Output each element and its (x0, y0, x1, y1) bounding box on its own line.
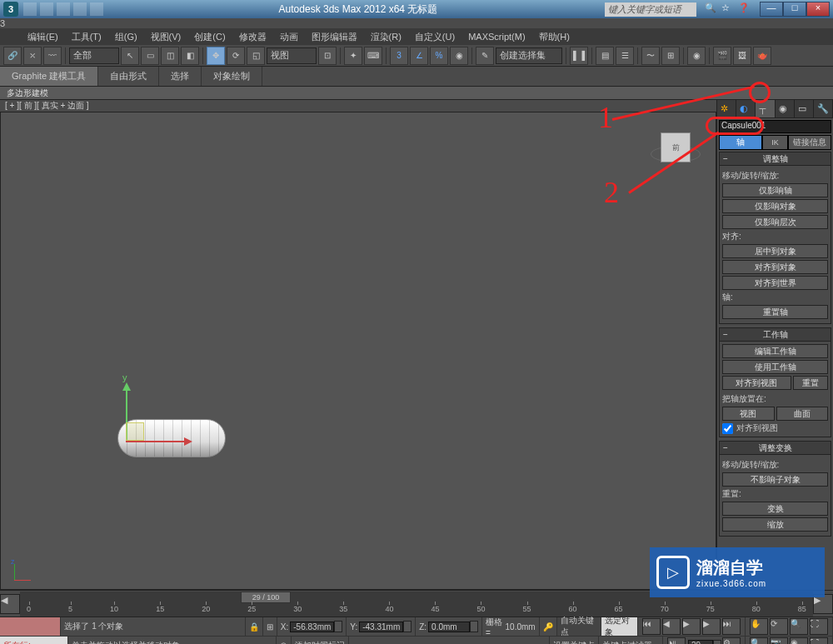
nav-orbit-icon[interactable]: ◉ (790, 637, 808, 645)
rotate-icon[interactable]: ⟳ (227, 47, 245, 65)
affect-pivot-only-button[interactable]: 仅影响轴 (722, 183, 828, 197)
qat-undo-icon[interactable] (73, 2, 87, 16)
goto-end-icon[interactable]: ⏭ (722, 618, 741, 635)
pivot-center-icon[interactable]: ⊡ (318, 47, 337, 65)
mirror-icon[interactable]: ▌▐ (570, 47, 588, 65)
menu-animation[interactable]: 动画 (273, 29, 305, 45)
material-editor-icon[interactable]: ◉ (687, 47, 706, 65)
nav-arc-icon[interactable]: ⟳ (770, 618, 788, 635)
link-icon[interactable]: 🔗 (3, 47, 22, 65)
menu-help[interactable]: 帮助(H) (532, 29, 576, 45)
maximize-button[interactable]: □ (783, 2, 806, 17)
nav-pan-icon[interactable]: ✋ (750, 618, 768, 635)
coord-z-spinner[interactable] (470, 621, 478, 632)
isolate-icon[interactable]: ◎ (277, 637, 292, 644)
reset-wp-button[interactable]: 重置 (793, 376, 828, 390)
schematic-view-icon[interactable]: ⊞ (661, 47, 680, 65)
align-to-world-button[interactable]: 对齐到世界 (722, 276, 828, 290)
rollout-adjusttransform-header[interactable]: 调整变换 (720, 442, 831, 455)
subtab-ik[interactable]: IK (762, 135, 789, 150)
nav-maxtoggle-icon[interactable]: ⛶ (810, 637, 828, 645)
nav-max-icon[interactable]: ⛶ (810, 618, 828, 635)
cmd-tab-modify[interactable]: ◐ (736, 100, 756, 117)
ribbon-freeform-tab[interactable]: 自由形式 (98, 67, 159, 86)
move-icon[interactable]: ✥ (207, 47, 225, 65)
edit-named-sel-icon[interactable]: ✎ (476, 47, 494, 65)
use-working-pivot-button[interactable]: 使用工作轴 (722, 360, 828, 374)
rollout-adjustpivot-header[interactable]: 调整轴 (720, 152, 831, 166)
next-frame-icon[interactable]: ▶ (702, 618, 721, 635)
lock-selection-icon[interactable]: 🔒 (246, 617, 263, 636)
script-mini-listener[interactable] (0, 617, 61, 636)
qat-save-icon[interactable] (57, 2, 70, 16)
unlink-icon[interactable]: ⤫ (23, 47, 42, 65)
viewcube[interactable]: 前 (661, 132, 691, 162)
affect-hierarchy-only-button[interactable]: 仅影响层次 (722, 215, 828, 229)
keyboard-shortcut-icon[interactable]: ⌨ (364, 47, 382, 65)
scale-icon[interactable]: ◱ (247, 47, 265, 65)
coord-z-field[interactable]: 0.0mm (428, 622, 470, 632)
goto-start-icon[interactable]: ⏮ (642, 618, 661, 635)
layers-icon[interactable]: ☰ (616, 47, 634, 65)
angle-snap-icon[interactable]: ∠ (410, 47, 428, 65)
render-icon[interactable]: 🫖 (753, 47, 771, 65)
object-name-field[interactable]: Capsule001 (719, 120, 831, 133)
nav-zoom-icon[interactable]: 🔍 (790, 618, 808, 635)
coord-x-spinner[interactable] (334, 621, 342, 632)
rendered-frame-icon[interactable]: 🖼 (733, 47, 751, 65)
ribbon-selection-tab[interactable]: 选择 (159, 67, 202, 86)
time-tag-button[interactable]: 添加时间标记 (292, 637, 349, 644)
cmd-tab-display[interactable]: ▭ (795, 100, 814, 117)
app-menu-icon[interactable]: 3 (3, 2, 18, 17)
ribbon-graphite-tab[interactable]: Graphite 建模工具 (0, 67, 98, 86)
bind-spacewarp-icon[interactable]: 〰 (43, 47, 62, 65)
affect-object-only-button[interactable]: 仅影响对象 (722, 199, 828, 213)
help-search-input[interactable]: 键入关键字或短语 (605, 2, 696, 17)
reset-pivot-button[interactable]: 重置轴 (722, 305, 828, 319)
spinner-snap-icon[interactable]: ◉ (450, 47, 468, 65)
menu-create[interactable]: 创建(C) (187, 29, 232, 45)
nav-zoom2-icon[interactable]: 🔍 (750, 637, 768, 645)
manipulate-icon[interactable]: ✦ (344, 47, 362, 65)
render-setup-icon[interactable]: 🎬 (713, 47, 731, 65)
time-config-icon[interactable]: ⚙ (722, 637, 741, 645)
time-slider-handle[interactable]: 29 / 100 (241, 592, 291, 603)
app-logo-icon[interactable]: 3 (0, 18, 833, 28)
autokey-button[interactable]: 自动关键点 (557, 617, 601, 636)
viewport-label[interactable]: [ + ][ 前 ][ 真实 + 边面 ] (0, 100, 716, 112)
align-to-view-button[interactable]: 对齐到视图 (722, 376, 791, 390)
window-crossing-icon[interactable]: ◧ (181, 47, 199, 65)
align-icon[interactable]: ▤ (596, 47, 614, 65)
named-selection-dropdown[interactable]: 创建选择集 (496, 47, 562, 64)
coord-y-field[interactable]: -43.31mm (359, 622, 403, 632)
menu-grapheditors[interactable]: 图形编辑器 (305, 29, 364, 45)
cmd-tab-hierarchy[interactable]: ┬ (756, 100, 775, 117)
subscription-icon[interactable]: ☆ (721, 2, 735, 16)
nav-fov-icon[interactable]: 📷 (770, 637, 788, 645)
subtab-pivot[interactable]: 轴 (719, 135, 762, 150)
select-icon[interactable]: ↖ (121, 47, 139, 65)
play-icon[interactable]: ▶ (682, 618, 701, 635)
ribbon-objectpaint-tab[interactable]: 对象绘制 (202, 67, 262, 86)
selection-filter-dropdown[interactable]: 全部 (69, 47, 119, 64)
select-region-icon[interactable]: ◫ (161, 47, 179, 65)
menu-maxscript[interactable]: MAXScript(M) (461, 30, 531, 43)
curve-editor-icon[interactable]: 〜 (641, 47, 660, 65)
minimize-button[interactable]: — (760, 2, 783, 17)
key-mode-icon[interactable]: 🔑 (540, 617, 557, 636)
qat-new-icon[interactable] (23, 2, 37, 16)
refcoord-dropdown[interactable]: 视图 (267, 47, 317, 64)
infocenter-icon[interactable]: 🔍 (705, 2, 718, 16)
place-view-button[interactable]: 视图 (722, 407, 775, 421)
frame-spinner[interactable] (713, 640, 721, 645)
menu-modifiers[interactable]: 修改器 (232, 29, 273, 45)
menu-edit[interactable]: 编辑(E) (21, 29, 65, 45)
select-name-icon[interactable]: ▭ (141, 47, 159, 65)
key-step-icon[interactable]: ⏯ (667, 637, 686, 645)
align-to-view-checkbox[interactable] (722, 423, 733, 434)
absolute-mode-icon[interactable]: ⊞ (263, 617, 277, 636)
key-selection-dropdown[interactable]: 选定对象 (601, 617, 638, 636)
menu-tools[interactable]: 工具(T) (65, 29, 108, 45)
viewport-front[interactable]: 前 y z (0, 112, 716, 590)
cmd-tab-motion[interactable]: ◉ (776, 100, 795, 117)
